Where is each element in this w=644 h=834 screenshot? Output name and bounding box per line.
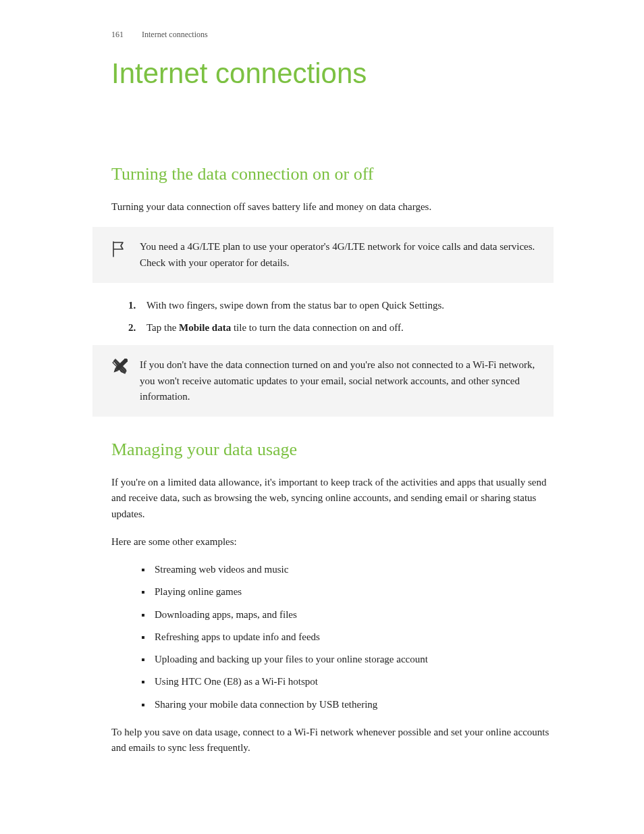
page-header: 161 Internet connections — [111, 30, 554, 40]
list-item: Playing online games — [152, 584, 554, 600]
list-item: Using HTC One (E8) as a Wi-Fi hotspot — [152, 674, 554, 689]
important-note: You need a 4G/LTE plan to use your opera… — [92, 227, 554, 283]
examples-list: Streaming web videos and music Playing o… — [111, 562, 554, 712]
steps-list: With two fingers, swipe down from the st… — [111, 298, 554, 336]
body-paragraph: Here are some other examples: — [111, 534, 554, 550]
step-text-bold: Mobile data — [179, 322, 231, 333]
body-paragraph: If you're on a limited data allowance, i… — [111, 475, 554, 522]
closing-paragraph: To help you save on data usage, connect … — [111, 725, 554, 756]
step-text: tile to turn the data connection on and … — [231, 322, 403, 333]
list-item: Sharing your mobile data connection by U… — [152, 697, 554, 712]
chapter-name: Internet connections — [142, 30, 208, 39]
section-heading-data-usage: Managing your data usage — [111, 440, 554, 460]
page-number: 161 — [111, 30, 124, 39]
document-page: 161 Internet connections Internet connec… — [0, 0, 644, 795]
note-text: You need a 4G/LTE plan to use your opera… — [140, 239, 540, 271]
step-text: Tap the — [146, 322, 179, 333]
list-item: Uploading and backing up your files to y… — [152, 652, 554, 667]
intro-paragraph: Turning your data connection off saves b… — [111, 199, 554, 215]
list-item: Streaming web videos and music — [152, 562, 554, 577]
step-item: Tap the Mobile data tile to turn the dat… — [138, 320, 554, 336]
flag-icon — [111, 240, 128, 263]
note-text: If you don't have the data connection tu… — [140, 357, 540, 405]
tip-note: If you don't have the data connection tu… — [92, 345, 554, 417]
step-item: With two fingers, swipe down from the st… — [138, 298, 554, 313]
page-title: Internet connections — [111, 57, 554, 90]
pencil-icon — [111, 359, 128, 380]
section-heading-data-connection: Turning the data connection on or off — [111, 164, 554, 184]
list-item: Refreshing apps to update info and feeds — [152, 629, 554, 645]
list-item: Downloading apps, maps, and files — [152, 607, 554, 623]
